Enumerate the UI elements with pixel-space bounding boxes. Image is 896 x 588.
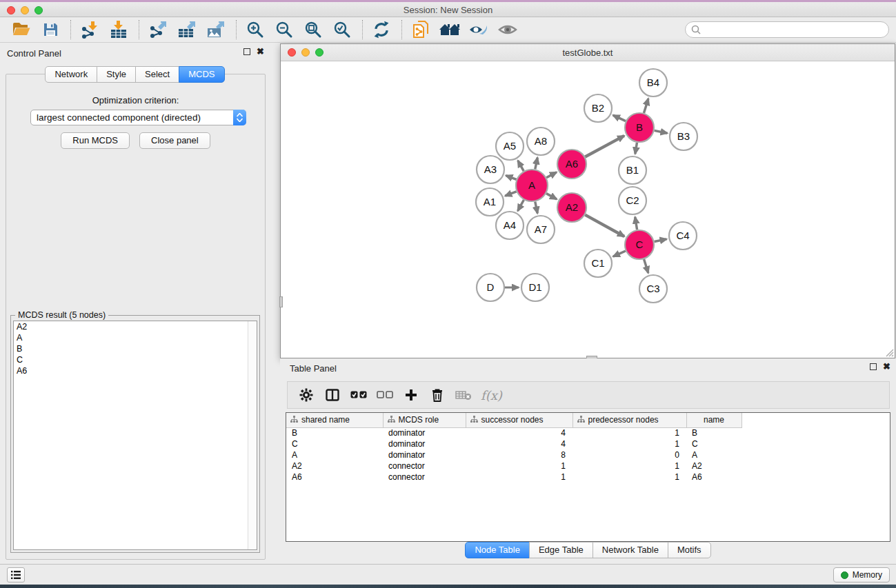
tab-network[interactable]: Network: [45, 66, 97, 83]
select-all-icon[interactable]: [348, 385, 369, 405]
function-builder-icon[interactable]: f(x): [481, 388, 502, 403]
node-A1[interactable]: A1: [476, 188, 504, 216]
table-cell[interactable]: connector: [383, 472, 466, 483]
export-network-icon[interactable]: [146, 19, 170, 40]
edge-B-B4[interactable]: [644, 99, 648, 113]
table-cell[interactable]: 1: [573, 438, 686, 449]
mcds-result-item[interactable]: A6: [14, 365, 257, 376]
node-C3[interactable]: C3: [639, 275, 667, 303]
close-panel-button[interactable]: Close panel: [139, 132, 210, 149]
edge-A-A7[interactable]: [535, 202, 537, 214]
edge-A-A6[interactable]: [546, 172, 557, 178]
mcds-result-item[interactable]: A2: [14, 321, 257, 332]
edge-A6-B[interactable]: [585, 136, 624, 157]
node-A6[interactable]: A6: [557, 150, 586, 179]
table-cell[interactable]: 4: [466, 427, 573, 438]
show-columns-icon[interactable]: [322, 385, 343, 405]
table-cell[interactable]: A2: [286, 460, 383, 472]
table-cell[interactable]: 4: [466, 438, 573, 449]
window-resize-grip[interactable]: [884, 347, 894, 357]
table-cell[interactable]: B: [686, 427, 741, 438]
unselect-all-icon[interactable]: [375, 385, 395, 405]
export-image-icon[interactable]: [204, 19, 228, 40]
import-table-icon[interactable]: [107, 19, 130, 40]
float-panel-icon[interactable]: [243, 48, 250, 55]
edge-C-C4[interactable]: [655, 239, 667, 242]
table-cell[interactable]: A: [686, 449, 741, 460]
node-A5[interactable]: A5: [496, 132, 524, 160]
node-C1[interactable]: C1: [584, 250, 612, 277]
column-header-predecessor-nodes[interactable]: predecessor nodes: [573, 413, 686, 427]
memory-button[interactable]: Memory: [833, 567, 890, 582]
edge-A-A5[interactable]: [518, 161, 524, 171]
table-cell[interactable]: connector: [383, 460, 466, 472]
edge-A-A8[interactable]: [535, 158, 537, 170]
export-table-icon[interactable]: [175, 19, 199, 40]
table-cell[interactable]: 1: [466, 472, 573, 483]
zoom-out-icon[interactable]: [272, 19, 296, 40]
tab-mcds[interactable]: MCDS: [179, 66, 224, 83]
tab-node-table[interactable]: Node Table: [465, 542, 530, 558]
node-B3[interactable]: B3: [670, 123, 697, 150]
duplicate-network-icon[interactable]: [409, 19, 432, 40]
table-settings-icon[interactable]: [296, 385, 317, 405]
search-box[interactable]: [685, 21, 889, 38]
tab-network-table[interactable]: Network Table: [593, 542, 668, 558]
task-history-button[interactable]: [7, 567, 25, 582]
node-C2[interactable]: C2: [619, 187, 646, 214]
tab-select[interactable]: Select: [135, 66, 179, 83]
node-A8[interactable]: A8: [527, 128, 555, 155]
mcds-result-item[interactable]: B: [14, 343, 257, 354]
mcds-result-item[interactable]: A: [14, 332, 257, 343]
network-window-titlebar[interactable]: testGlobe.txt: [281, 44, 895, 61]
table-cell[interactable]: A2: [686, 460, 741, 472]
table-cell[interactable]: 1: [573, 472, 686, 483]
result-list-scrollbar[interactable]: [248, 321, 257, 549]
edge-A-A4[interactable]: [518, 200, 524, 211]
refresh-icon[interactable]: [370, 19, 393, 40]
table-row[interactable]: Cdominator41C: [286, 438, 741, 449]
criterion-select[interactable]: largest connected component (directed): [30, 110, 246, 125]
table-row[interactable]: Bdominator41B: [286, 427, 741, 438]
table-cell[interactable]: 1: [573, 460, 686, 472]
network-canvas[interactable]: B4B2BB3A5A8A6B1A3AC2A1A2A4A7C4CC1C3DD1: [281, 61, 895, 358]
table-cell[interactable]: C: [686, 438, 741, 449]
table-cell[interactable]: C: [286, 438, 383, 449]
node-D1[interactable]: D1: [521, 274, 549, 301]
run-mcds-button[interactable]: Run MCDS: [61, 132, 130, 149]
edge-B-B3[interactable]: [655, 130, 668, 133]
table-cell[interactable]: dominator: [383, 438, 466, 449]
edge-C-C2[interactable]: [635, 217, 637, 230]
node-C[interactable]: C: [625, 230, 654, 259]
node-A3[interactable]: A3: [477, 156, 504, 183]
open-session-icon[interactable]: [10, 19, 33, 40]
zoom-in-icon[interactable]: [243, 19, 267, 40]
node-A4[interactable]: A4: [496, 212, 524, 239]
import-network-icon[interactable]: [78, 19, 101, 40]
edge-A-A2[interactable]: [546, 194, 557, 199]
node-A[interactable]: A: [516, 170, 548, 201]
table-cell[interactable]: A6: [686, 472, 741, 483]
table-cell[interactable]: 8: [466, 449, 573, 460]
node-B4[interactable]: B4: [639, 69, 667, 97]
table-cell[interactable]: dominator: [383, 449, 466, 460]
edge-C-C3[interactable]: [644, 259, 648, 273]
node-C4[interactable]: C4: [669, 222, 697, 250]
add-row-icon[interactable]: [401, 385, 421, 405]
node-A2[interactable]: A2: [557, 193, 586, 222]
table-cell[interactable]: A6: [286, 472, 383, 483]
save-session-icon[interactable]: [39, 19, 62, 40]
table-row[interactable]: Adominator80A: [286, 449, 741, 460]
close-panel-icon[interactable]: ✖: [257, 48, 264, 55]
table-row[interactable]: A2connector11A2: [286, 460, 741, 472]
table-cell[interactable]: B: [286, 427, 383, 438]
delete-row-icon[interactable]: [427, 385, 448, 405]
table-cell[interactable]: A: [286, 449, 383, 460]
node-B1[interactable]: B1: [619, 156, 646, 184]
node-B[interactable]: B: [625, 113, 654, 142]
column-header-name[interactable]: name: [686, 413, 741, 427]
table-cell[interactable]: 1: [466, 460, 573, 472]
mcds-result-item[interactable]: C: [14, 354, 257, 365]
birds-eye-view-icon[interactable]: [496, 19, 519, 40]
edge-B-B2[interactable]: [613, 115, 626, 121]
